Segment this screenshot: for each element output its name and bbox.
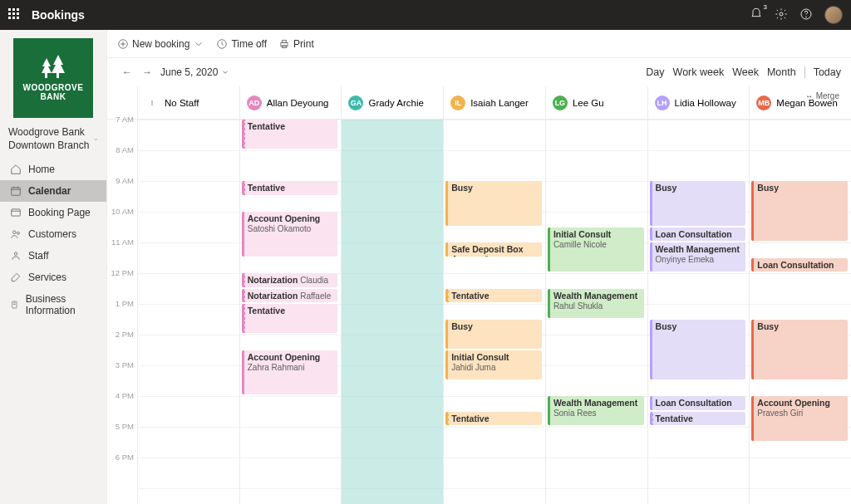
view-month[interactable]: Month bbox=[767, 66, 796, 78]
event-title: Initial Consult bbox=[553, 229, 611, 239]
calendar-event[interactable]: Initial ConsultJahidi Juma bbox=[445, 350, 542, 379]
event-subtitle: Our offic bbox=[656, 240, 687, 241]
hour-label: 12 PM bbox=[107, 268, 137, 299]
user-avatar[interactable] bbox=[824, 6, 843, 24]
day-column[interactable] bbox=[341, 120, 443, 504]
staff-chip: ! bbox=[145, 95, 160, 110]
event-title: Busy bbox=[757, 321, 779, 331]
left-nav: WOODGROVEBANK Woodgrove Bank Downtown Br… bbox=[0, 30, 106, 504]
calendar-event[interactable]: Loan Consultation Our offic bbox=[650, 228, 746, 242]
staff-column-header[interactable]: ADAllan Deyoung bbox=[239, 86, 342, 119]
calendar-event[interactable]: Tentative bbox=[242, 181, 338, 195]
staff-column-header[interactable]: LGLee Gu bbox=[545, 86, 647, 119]
hour-label: 4 PM bbox=[107, 391, 137, 422]
svg-point-7 bbox=[13, 231, 17, 234]
calendar-event[interactable]: Tentative bbox=[242, 120, 338, 149]
calendar-event[interactable]: Account OpeningSatoshi Okamoto bbox=[242, 212, 338, 257]
nav-customers[interactable]: Customers bbox=[0, 223, 106, 245]
calendar-event[interactable]: Notarization Claudia Olivares bbox=[242, 273, 338, 287]
next-arrow[interactable]: → bbox=[137, 63, 157, 81]
calendar-event[interactable]: Wealth ManagementOnyinye Emeka bbox=[650, 242, 746, 272]
day-column[interactable]: TentativeTentativeAccount OpeningSatoshi… bbox=[239, 120, 342, 504]
event-title: Notarization bbox=[248, 291, 298, 301]
calendar-event[interactable]: Busy bbox=[650, 320, 746, 379]
date-picker[interactable]: June 5, 2020 bbox=[160, 66, 229, 78]
calendar-event[interactable]: Wealth ManagementRahul Shukla bbox=[548, 289, 644, 318]
nav-business-info[interactable]: Business Information bbox=[0, 288, 106, 321]
nav-booking-page[interactable]: Booking Page bbox=[0, 202, 106, 223]
calendar-event[interactable]: Busy bbox=[650, 181, 746, 226]
calendar-event[interactable]: Tentative bbox=[650, 412, 746, 426]
calendar-event[interactable]: Account OpeningZahra Rahmani bbox=[242, 350, 338, 395]
branch-selector[interactable]: Woodgrove Bank Downtown Branch bbox=[0, 126, 106, 159]
prev-arrow[interactable]: ← bbox=[117, 63, 137, 81]
event-subtitle: Onyinye Emeka bbox=[656, 255, 715, 264]
event-subtitle: Jahidi Juma bbox=[451, 363, 495, 372]
notifications-icon[interactable]: 3 bbox=[750, 7, 763, 23]
branch-name: Woodgrove Bank Downtown Branch bbox=[8, 126, 93, 152]
day-column[interactable]: BusyLoan Consultation Our officBusyAccou… bbox=[749, 120, 851, 504]
calendar-event[interactable]: Busy bbox=[445, 181, 542, 226]
calendar-event[interactable]: Busy bbox=[751, 320, 848, 379]
settings-icon[interactable] bbox=[775, 7, 788, 23]
view-work-week[interactable]: Work week bbox=[673, 66, 725, 78]
command-bar: New booking Time off Print bbox=[107, 30, 851, 58]
nav-home[interactable]: Home bbox=[0, 159, 106, 180]
calendar-event[interactable]: Loan Consultation Our offic bbox=[650, 396, 746, 410]
print-button[interactable]: Print bbox=[278, 38, 314, 50]
event-title: Tentative bbox=[248, 121, 285, 131]
calendar-event[interactable]: Tentative bbox=[445, 289, 542, 303]
calendar-event[interactable]: Busy bbox=[445, 320, 542, 349]
calendar-event[interactable]: Loan Consultation Our offic bbox=[751, 258, 848, 272]
calendar-staff-header: !No StaffADAllan DeyoungGAGrady ArchieIL… bbox=[107, 86, 851, 120]
notification-count: 3 bbox=[764, 3, 767, 11]
calendar-event[interactable]: Wealth ManagementSonia Rees bbox=[548, 396, 644, 425]
day-column[interactable]: Initial ConsultCamille NicoleWealth Mana… bbox=[545, 120, 647, 504]
staff-column-header[interactable]: ILIsaiah Langer bbox=[443, 86, 545, 119]
svg-rect-14 bbox=[283, 40, 287, 42]
calendar-event[interactable]: Initial ConsultCamille Nicole bbox=[548, 228, 644, 272]
view-selector: Day Work week Week Month Today bbox=[646, 66, 841, 78]
staff-column-header[interactable]: GAGrady Archie bbox=[341, 86, 443, 119]
event-subtitle: Pravesh Giri bbox=[757, 409, 803, 418]
org-logo: WOODGROVEBANK bbox=[13, 38, 93, 118]
staff-chip: GA bbox=[348, 95, 363, 110]
event-title: Busy bbox=[656, 321, 677, 331]
help-icon[interactable] bbox=[799, 7, 813, 23]
event-title: Wealth Management bbox=[553, 291, 637, 301]
calendar-event[interactable]: Tentative bbox=[445, 412, 542, 426]
view-today[interactable]: Today bbox=[804, 66, 841, 78]
event-title: Account Opening bbox=[248, 213, 321, 223]
staff-column-header[interactable]: LHLidia Holloway bbox=[647, 86, 750, 119]
calendar-event[interactable]: Safe Deposit Box Access 0 bbox=[445, 242, 542, 257]
view-day[interactable]: Day bbox=[646, 66, 664, 78]
view-week[interactable]: Week bbox=[732, 66, 759, 78]
event-title: Loan Consultation bbox=[757, 260, 834, 270]
staff-name: Isaiah Langer bbox=[470, 98, 529, 108]
calendar-event[interactable]: Notarization Raffaele Romani bbox=[242, 289, 338, 303]
app-launcher-icon[interactable] bbox=[8, 8, 22, 22]
chevron-down-icon bbox=[221, 68, 229, 76]
nav-services[interactable]: Services bbox=[0, 267, 106, 288]
calendar-event[interactable]: Busy bbox=[751, 181, 848, 241]
event-title: Busy bbox=[757, 183, 779, 193]
nav-staff[interactable]: Staff bbox=[0, 245, 106, 267]
time-off-button[interactable]: Time off bbox=[216, 38, 267, 50]
event-subtitle: Our offic bbox=[757, 271, 789, 272]
event-subtitle: Rahul Shukla bbox=[553, 301, 603, 311]
app-title: Bookings bbox=[32, 8, 750, 22]
day-column[interactable] bbox=[137, 120, 239, 504]
calendar-event[interactable]: Tentative bbox=[242, 304, 338, 333]
day-column[interactable]: BusySafe Deposit Box Access 0TentativeBu… bbox=[443, 120, 545, 504]
event-title: Busy bbox=[656, 183, 677, 193]
nav-calendar[interactable]: Calendar bbox=[0, 180, 106, 202]
event-title: Loan Consultation bbox=[656, 398, 732, 408]
hour-label: 9 AM bbox=[107, 176, 137, 207]
svg-rect-6 bbox=[12, 209, 21, 216]
staff-name: Lee Gu bbox=[573, 98, 604, 108]
new-booking-button[interactable]: New booking bbox=[117, 38, 204, 50]
staff-column-header[interactable]: !No Staff bbox=[137, 86, 239, 119]
day-column[interactable]: BusyLoan Consultation Our officWealth Ma… bbox=[647, 120, 750, 504]
calendar-event[interactable]: Account OpeningPravesh Giri bbox=[751, 396, 848, 441]
staff-column-header[interactable]: MBMegan Bowen bbox=[749, 86, 851, 119]
